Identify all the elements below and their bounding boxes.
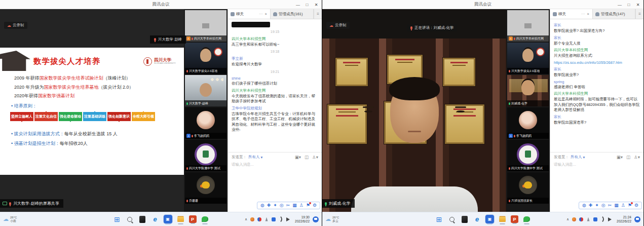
share-screen-icon[interactable]: ✂ <box>286 203 290 208</box>
roof-graphic <box>0 51 30 71</box>
handup-icon[interactable]: ⚑ <box>628 203 632 208</box>
chat-more-button[interactable]: ··· <box>581 12 585 16</box>
participant-tile[interactable]: ♙ ♙ 四川大学附属中学 测试 <box>507 140 549 171</box>
wifi-icon[interactable] <box>600 216 605 222</box>
clock[interactable]: 19:30 2022/6/22 <box>295 215 310 223</box>
wifi-icon[interactable] <box>278 216 284 222</box>
chat-close-button[interactable]: × <box>587 12 590 16</box>
network-icon[interactable]: ✦ <box>273 203 277 208</box>
layout-icon[interactable]: ▦ <box>292 203 297 208</box>
participant-tile[interactable]: ♙ ♙ 乔珊珊 <box>185 172 226 204</box>
explorer-icon[interactable] <box>176 215 185 223</box>
tray-pen-icon[interactable] <box>264 217 269 221</box>
search-icon[interactable] <box>126 215 134 223</box>
participant-tile[interactable]: ♙ ♙ 刘威成-化学 <box>507 75 549 106</box>
share-screen-icon[interactable]: ✂ <box>608 203 612 208</box>
members-icon[interactable]: ♙ <box>621 203 625 208</box>
powerpoint-icon[interactable] <box>189 215 197 223</box>
close-button[interactable]: ✕ <box>633 0 642 9</box>
tray-app-icon[interactable] <box>572 217 576 221</box>
participant-tile[interactable]: ♙ ♙ 李飞扬妈妈 <box>507 107 549 139</box>
dual-screenshot-root: 腾讯会议 — □ ✕ ☁ 云录制 数学拔尖人才培养 <box>0 0 644 226</box>
edge-icon[interactable] <box>151 215 160 223</box>
meeting-icon[interactable] <box>164 215 172 223</box>
tab-chat[interactable]: 聊天 ··· × <box>228 9 271 19</box>
tab-chat[interactable]: 聊天 ··· × <box>550 9 593 19</box>
notification-icon[interactable] <box>634 216 640 222</box>
edge-icon[interactable] <box>473 215 481 223</box>
start-icon[interactable] <box>435 215 443 223</box>
tray-app-icon[interactable] <box>250 217 254 221</box>
mic-icon[interactable]: ◍ <box>260 203 264 208</box>
explorer-icon[interactable] <box>498 215 507 223</box>
tray-chevron-icon[interactable]: ∧ <box>566 217 569 221</box>
weather-widget[interactable]: ☁ 26°C 多云 <box>325 216 339 223</box>
participant-tile[interactable]: ♙ ♙ 四川大学本科招生网 <box>507 10 549 42</box>
participant-tile[interactable]: ♙ ♙ 川大数学-赵峰 <box>185 75 226 106</box>
tab-members[interactable]: 管理成员(147) <box>593 9 635 19</box>
window-title: 腾讯会议 <box>474 2 491 8</box>
image-icon[interactable]: ▣▾ <box>295 155 301 160</box>
chat-more-button[interactable]: ··· <box>259 12 263 16</box>
wechat-icon[interactable] <box>522 215 531 223</box>
settings-icon[interactable]: ⚙ <box>634 203 638 208</box>
volume-icon[interactable] <box>608 217 614 221</box>
widgets-icon[interactable] <box>138 215 147 223</box>
maximize-button[interactable]: □ <box>302 0 312 9</box>
settings-icon[interactable]: ⚙ <box>313 203 317 208</box>
network-icon[interactable]: ✦ <box>595 203 599 208</box>
chat-message-list[interactable]: 家长 数学院就业率? 出国深造方向? 家长 那个专业无人接 四川大学本科招生网 … <box>550 19 643 152</box>
participant-tile[interactable]: ♙ ♙ 川大数学拔尖2.0基地 <box>185 43 226 74</box>
panel-menu-button[interactable]: ≡ <box>314 9 322 19</box>
minimize-button[interactable]: — <box>293 0 302 9</box>
members-icon[interactable]: ♙ <box>299 203 304 208</box>
message-input[interactable]: 请输入消息... <box>232 162 318 167</box>
tray-chevron-icon[interactable]: ∧ <box>245 217 247 221</box>
close-button[interactable]: ✕ <box>312 0 321 9</box>
powerpoint-icon[interactable] <box>511 215 518 223</box>
tray-app-icon[interactable] <box>579 217 583 221</box>
members-icon <box>595 12 599 16</box>
meeting-window-right: 腾讯会议 — □ ✕ <box>322 0 643 226</box>
participant-tile[interactable]: ♙ ♙ 六班张国强家长 <box>507 172 549 204</box>
tray-app-icon[interactable] <box>257 217 261 221</box>
message-text: 19:21 <box>232 69 318 74</box>
search-icon[interactable] <box>447 215 456 223</box>
clock[interactable]: 21:24 2022/6/22 <box>617 215 631 223</box>
meeting-icon[interactable] <box>485 215 494 223</box>
tray-pen-icon[interactable] <box>586 217 590 221</box>
clipboard-icon[interactable]: ◫ <box>305 155 309 160</box>
record-icon[interactable]: ◎ <box>280 203 284 208</box>
member-select-icon[interactable]: ♙▾ <box>634 155 640 160</box>
maximize-button[interactable]: □ <box>624 0 633 9</box>
panel-menu-button[interactable]: ≡ <box>635 9 643 19</box>
participant-tile[interactable]: ♙ ♙ 川大数学拔尖2.0基地 <box>507 43 549 74</box>
handup-icon[interactable]: ⚑ <box>306 203 310 208</box>
minimize-button[interactable]: — <box>615 0 624 9</box>
start-icon[interactable] <box>113 215 122 223</box>
widgets-icon[interactable] <box>460 215 469 223</box>
weather-widget[interactable]: ☁ 26°C 小雨 <box>3 216 17 223</box>
wechat-icon[interactable] <box>201 215 209 223</box>
send-to-selector[interactable]: 所有人▾ <box>571 155 585 160</box>
image-icon[interactable]: ▣▾ <box>617 155 623 160</box>
interpretation-icon[interactable]: ✚ <box>267 203 271 208</box>
send-to-selector[interactable]: 所有人▾ <box>248 155 262 160</box>
participant-tile[interactable]: ♙ ♙ 四川大学本科招生网 <box>185 10 226 42</box>
participant-tile[interactable]: ♙ ♙ 四川大学附属中学 测试 <box>185 140 226 171</box>
member-select-icon[interactable]: ♙▾ <box>312 155 318 160</box>
clipboard-icon[interactable]: ◫ <box>626 155 630 160</box>
chat-message-list[interactable]: 19:15 四川大学本科招生网 高三学生和家长都可以听哈~ 19:18 李立新 … <box>228 19 322 152</box>
participant-tile[interactable]: ♙ ♙ 李飞扬妈妈 <box>185 107 226 139</box>
mic-icon[interactable]: ◍ <box>582 203 586 208</box>
volume-icon[interactable] <box>286 217 292 221</box>
tab-members[interactable]: 管理成员(161) <box>271 9 314 19</box>
record-icon[interactable]: ◎ <box>601 203 605 208</box>
message-input[interactable]: 请输入消息... <box>554 162 640 167</box>
layout-icon[interactable]: ▦ <box>614 203 619 208</box>
tray-phone-icon[interactable] <box>593 217 597 221</box>
interpretation-icon[interactable]: ✚ <box>589 203 593 208</box>
chat-close-button[interactable]: × <box>264 12 268 16</box>
notification-icon[interactable] <box>313 216 319 222</box>
tray-phone-icon[interactable] <box>272 217 276 221</box>
